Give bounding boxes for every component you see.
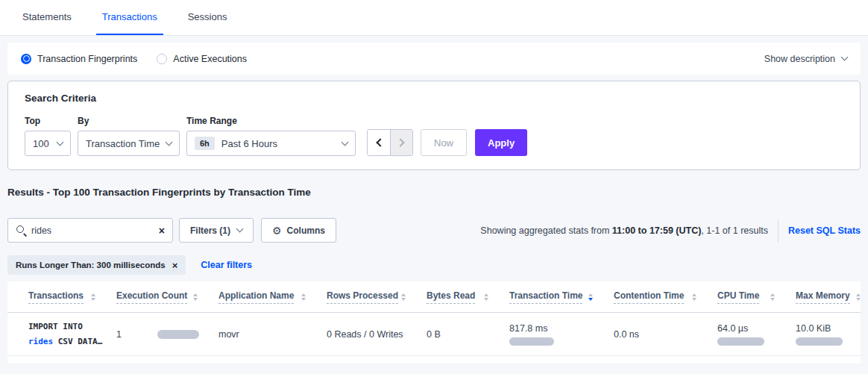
search-criteria-controls: Top 100 By Transaction Time Time Range xyxy=(25,116,843,156)
top-select[interactable]: 100 xyxy=(25,131,71,156)
txn-statement-line1: IMPORT INTO xyxy=(28,322,83,331)
by-label: By xyxy=(78,116,180,126)
tab-statements-label: Statements xyxy=(22,11,72,22)
chevron-down-icon xyxy=(57,138,64,146)
tab-sessions[interactable]: Sessions xyxy=(182,0,233,35)
table-row: IMPORT INTO rides CSV DATA… 1 movr 0 Rea… xyxy=(7,313,861,356)
cell-execution-count: 1 xyxy=(116,313,218,355)
time-range-value: Past 6 Hours xyxy=(221,138,277,149)
results-table: Transactions Execution Count Application… xyxy=(7,281,861,364)
transaction-time-bar xyxy=(509,337,554,346)
radio-active-exec-label: Active Executions xyxy=(173,54,247,64)
show-description-label: Show description xyxy=(764,54,835,64)
column-header-max-memory[interactable]: Max Memory xyxy=(796,290,861,304)
stats-time-range: 11:00 to 17:59 (UTC) xyxy=(612,225,701,236)
time-arrow-group xyxy=(367,129,413,156)
radio-selected-icon xyxy=(21,54,31,64)
by-select-value: Transaction Time xyxy=(86,138,160,149)
sort-icon[interactable] xyxy=(692,293,696,301)
tab-statements[interactable]: Statements xyxy=(16,0,78,35)
gear-icon: ⚙ xyxy=(272,225,282,237)
cell-cpu-time: 64.0 µs xyxy=(717,313,796,355)
cell-max-memory: 10.0 KiB xyxy=(796,313,861,355)
by-group: By Transaction Time xyxy=(78,116,180,156)
cell-bytes-read: 0 B xyxy=(427,313,509,355)
by-select[interactable]: Transaction Time xyxy=(78,131,180,156)
radio-transaction-fingerprints[interactable]: Transaction Fingerprints xyxy=(21,54,137,64)
search-criteria-title: Search Criteria xyxy=(25,93,843,104)
top-group: Top 100 xyxy=(25,116,71,156)
radio-unselected-icon xyxy=(157,54,167,64)
filters-button[interactable]: Filters (1) xyxy=(179,218,254,243)
cell-transaction-fingerprint: IMPORT INTO rides CSV DATA… xyxy=(28,313,116,355)
aggregated-stats-text: Showing aggregated stats from 11:00 to 1… xyxy=(480,225,768,236)
results-toolbar: × Filters (1) ⚙ Columns Showing aggregat… xyxy=(7,218,861,243)
search-criteria-panel: Search Criteria Top 100 By Transaction T… xyxy=(7,81,861,170)
time-range-badge: 6h xyxy=(195,137,215,150)
column-header-execution-count[interactable]: Execution Count xyxy=(116,290,218,304)
now-button[interactable]: Now xyxy=(421,129,467,156)
sort-icon[interactable] xyxy=(193,293,198,301)
sort-icon[interactable] xyxy=(301,293,306,301)
top-select-value: 100 xyxy=(33,138,49,149)
chevron-down-icon xyxy=(342,138,349,146)
columns-button-label: Columns xyxy=(287,225,325,236)
column-header-bytes-read[interactable]: Bytes Read xyxy=(427,290,509,304)
remove-filter-icon[interactable]: × xyxy=(172,261,178,270)
cell-application-name: movr xyxy=(218,313,327,355)
column-header-transactions[interactable]: Transactions xyxy=(28,290,116,304)
sort-icon[interactable] xyxy=(91,293,95,301)
filter-tag-label: Runs Longer Than: 300 milliseconds xyxy=(16,261,166,269)
reset-sql-stats-link[interactable]: Reset SQL Stats xyxy=(788,225,861,236)
time-prev-button[interactable] xyxy=(368,130,390,155)
chevron-down-icon xyxy=(166,138,173,146)
chevron-left-icon xyxy=(376,138,384,146)
chevron-down-icon xyxy=(236,225,244,233)
show-description-toggle[interactable]: Show description xyxy=(764,54,847,64)
column-header-contention-time[interactable]: Contention Time xyxy=(614,290,717,304)
applied-filters-row: Runs Longer Than: 300 milliseconds × Cle… xyxy=(7,255,861,275)
column-header-rows-processed[interactable]: Rows Processed xyxy=(327,290,427,304)
apply-button[interactable]: Apply xyxy=(475,129,527,156)
sort-icon[interactable] xyxy=(770,293,775,301)
max-memory-bar xyxy=(796,337,843,346)
column-header-transaction-time[interactable]: Transaction Time xyxy=(509,290,614,304)
sort-icon[interactable] xyxy=(484,293,488,301)
radio-fingerprints-label: Transaction Fingerprints xyxy=(37,54,137,64)
time-range-label: Time Range xyxy=(186,116,356,126)
tab-transactions-label: Transactions xyxy=(102,11,157,22)
transactions-page: Statements Transactions Sessions Transac… xyxy=(0,0,868,364)
chevron-down-icon xyxy=(841,54,849,61)
filters-button-label: Filters (1) xyxy=(190,225,230,236)
time-next-button[interactable] xyxy=(390,130,412,155)
sort-icon[interactable] xyxy=(856,293,861,301)
column-header-cpu-time[interactable]: CPU Time xyxy=(717,290,796,304)
sort-icon[interactable] xyxy=(401,293,406,301)
search-input-wrapper: × xyxy=(7,218,173,243)
filter-tag: Runs Longer Than: 300 milliseconds × xyxy=(7,255,186,275)
top-label: Top xyxy=(25,116,71,126)
cell-rows-processed: 0 Reads / 0 Writes xyxy=(327,313,427,355)
tab-sessions-label: Sessions xyxy=(188,11,227,22)
time-range-select[interactable]: 6h Past 6 Hours xyxy=(186,131,356,156)
chevron-right-icon xyxy=(396,138,404,146)
execution-count-bar xyxy=(157,330,199,339)
sort-icon-active-desc[interactable] xyxy=(588,293,593,301)
clear-filters-link[interactable]: Clear filters xyxy=(201,260,252,270)
clear-search-icon[interactable]: × xyxy=(159,225,165,236)
tab-transactions[interactable]: Transactions xyxy=(96,0,163,35)
vertical-divider xyxy=(778,219,779,242)
cell-transaction-time: 817.8 ms xyxy=(509,313,614,355)
columns-button[interactable]: ⚙ Columns xyxy=(261,218,336,243)
page-content: Transaction Fingerprints Active Executio… xyxy=(0,36,868,364)
time-range-group: Time Range 6h Past 6 Hours xyxy=(186,116,356,156)
radio-active-executions[interactable]: Active Executions xyxy=(157,54,247,64)
search-icon xyxy=(16,225,27,236)
transaction-fingerprint-link[interactable]: rides xyxy=(28,337,53,346)
table-header-row: Transactions Execution Count Application… xyxy=(7,281,861,313)
cpu-time-bar xyxy=(717,337,764,346)
column-header-application-name[interactable]: Application Name xyxy=(218,290,327,304)
tab-bar: Statements Transactions Sessions xyxy=(0,0,868,36)
cell-contention-time: 0.0 ns xyxy=(614,313,717,355)
search-input[interactable] xyxy=(31,225,159,236)
